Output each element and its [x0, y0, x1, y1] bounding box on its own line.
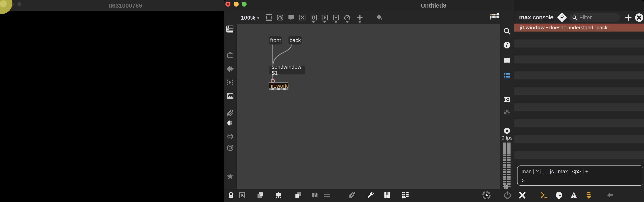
message-box-front[interactable]: front	[269, 36, 282, 44]
grid-snap-icon[interactable]	[503, 184, 508, 190]
rounded-square-icon[interactable]	[226, 144, 234, 152]
console-title-rest: console	[531, 14, 554, 20]
grid-toggle-icon[interactable]	[323, 191, 331, 199]
patcher-canvas[interactable]: front back sendwindow $1 jit.world	[236, 24, 500, 189]
snippet-icon[interactable]	[226, 132, 234, 140]
zoom-button-inactive[interactable]	[17, 2, 22, 6]
add-object-plus-button[interactable]	[356, 14, 364, 22]
error-object-name: jit.window	[520, 24, 545, 30]
audio-waveform-icon[interactable]	[226, 65, 234, 73]
console-top-strip	[514, 0, 644, 11]
console-title: max console	[519, 11, 554, 24]
zoom-selector[interactable]: 100% ▾	[241, 11, 259, 24]
lock-icon[interactable]	[227, 191, 235, 199]
layering-icon[interactable]	[256, 191, 264, 199]
jitter-titlebar[interactable]: u631000766	[0, 0, 224, 11]
wrench-icon[interactable]	[367, 191, 375, 199]
outlet-dot	[283, 88, 286, 90]
image-icon[interactable]	[226, 92, 234, 100]
add-console-tab-icon[interactable]	[625, 14, 632, 21]
pointer-halo-core	[0, 0, 7, 7]
info-icon[interactable]	[503, 41, 511, 49]
patch-cords	[236, 24, 500, 189]
new-object-button[interactable]	[265, 14, 273, 22]
zoom-level-value: 100%	[241, 14, 255, 21]
cord-connection-ring	[271, 79, 275, 83]
piano-keyboard-icon[interactable]	[383, 191, 391, 199]
level-meter-right	[507, 142, 510, 188]
console-bottom-toolbar	[514, 189, 644, 202]
new-message-button[interactable]	[276, 14, 284, 22]
transport-play-icon[interactable]	[482, 190, 491, 200]
toolbox-icon[interactable]	[226, 51, 234, 59]
console-title-bold: max	[519, 14, 531, 20]
level-meter-left	[503, 142, 506, 188]
new-playbar-button[interactable]	[321, 14, 329, 22]
max-logo-grid-icon[interactable]	[490, 12, 499, 22]
audio-power-icon[interactable]	[503, 191, 512, 200]
object-box-text: jit.world	[271, 83, 288, 88]
back-arrow-icon[interactable]	[606, 191, 614, 200]
screen: u631000766 Untitled8 100% ▾	[0, 0, 644, 202]
paint-bucket-icon[interactable]	[375, 13, 383, 22]
patcher-filter-letter: P	[560, 14, 564, 20]
console-filter-field[interactable]	[570, 13, 620, 22]
clear-console-icon[interactable]	[635, 13, 644, 22]
command-line-box[interactable]: man | ? | _ | js | max | <p> | + >	[517, 166, 643, 186]
patcher-window: Untitled8 100% ▾	[224, 0, 514, 202]
minimize-button[interactable]	[234, 2, 238, 6]
jitter-window-title: u631000766	[108, 0, 142, 11]
split-view-icon[interactable]	[503, 56, 511, 64]
chevron-down-icon[interactable]	[346, 21, 349, 23]
snapshot-camera-icon[interactable]	[503, 95, 511, 104]
favorites-star-icon[interactable]	[226, 172, 234, 181]
paperclip-icon[interactable]	[226, 109, 234, 117]
attach-file-icon[interactable]	[348, 191, 356, 199]
message-box-back[interactable]: back	[288, 36, 302, 44]
filter-input[interactable]	[579, 14, 612, 21]
pad-controller-icon[interactable]	[401, 191, 409, 199]
record-disc-icon[interactable]	[503, 127, 511, 135]
duplicate-icon[interactable]	[294, 191, 302, 199]
video-filmstrip-icon[interactable]	[226, 78, 234, 86]
new-slider-button[interactable]	[332, 14, 340, 22]
plug-icon[interactable]	[226, 119, 234, 127]
chevron-down-icon[interactable]	[323, 21, 326, 23]
message-box-sendwindow[interactable]: sendwindow $1	[269, 66, 305, 74]
autoscroll-arrows-icon[interactable]	[584, 191, 593, 200]
close-button[interactable]	[226, 2, 230, 6]
split-patcher-icon[interactable]	[311, 191, 319, 199]
outlet-dot	[271, 88, 274, 90]
outlet-dot	[277, 88, 280, 90]
unsaved-dot-icon	[227, 3, 229, 5]
chevron-down-icon[interactable]	[358, 21, 362, 23]
console-list-icon-active[interactable]	[503, 72, 511, 80]
command-prompt: >	[522, 178, 524, 184]
warning-triangle-icon[interactable]	[570, 191, 578, 200]
error-message-text: • doesn't understand "back"	[545, 24, 610, 30]
close-x-icon[interactable]	[518, 191, 527, 200]
object-box-jitworld[interactable]: jit.world	[269, 82, 288, 90]
mixer-sliders-icon[interactable]	[503, 108, 511, 116]
new-number-button[interactable]	[310, 14, 318, 22]
hamburger-menu-icon[interactable]	[226, 27, 234, 34]
terminal-prompt-icon[interactable]	[540, 191, 548, 200]
jitter-output-window: u631000766	[0, 0, 224, 202]
clock-icon[interactable]	[555, 191, 563, 200]
console-error-row[interactable]: jit.window • doesn't understand "back"	[514, 24, 644, 32]
selection-mode-icon[interactable]	[238, 191, 246, 199]
patcher-window-title: Untitled8	[421, 0, 446, 11]
chevron-down-icon[interactable]	[312, 21, 315, 23]
new-comment-button[interactable]	[287, 14, 295, 22]
chevron-down-icon: ▾	[257, 15, 259, 20]
fps-readout: 0 fps	[502, 135, 512, 141]
patcher-titlebar[interactable]: Untitled8	[224, 0, 514, 11]
command-hints: man | ? | _ | js | max | <p> | +	[522, 168, 588, 175]
presentation-mode-icon[interactable]	[274, 191, 282, 199]
zoom-button[interactable]	[242, 2, 246, 6]
new-dial-button[interactable]	[343, 14, 351, 22]
new-toggle-button[interactable]	[298, 14, 306, 22]
search-icon[interactable]	[503, 27, 511, 35]
console-log-list[interactable]	[514, 32, 644, 164]
chevron-down-icon[interactable]	[334, 21, 338, 23]
